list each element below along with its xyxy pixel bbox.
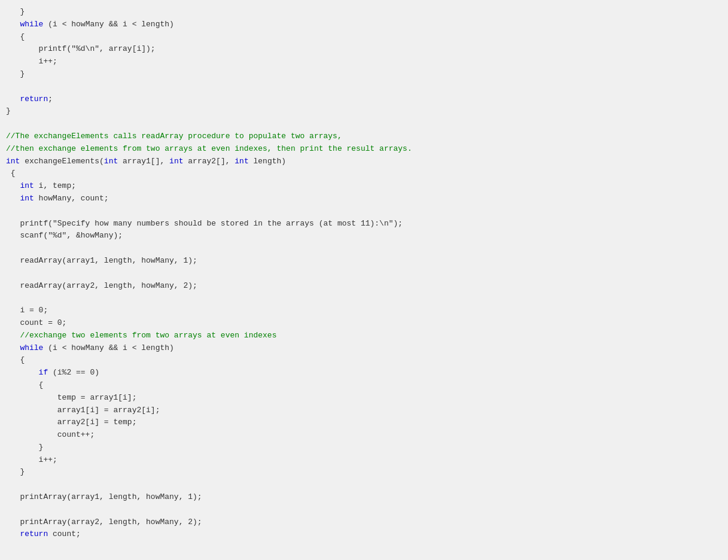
code-line: //then exchange elements from two arrays…: [6, 143, 716, 156]
code-line: array2[i] = temp;: [6, 416, 716, 429]
code-line: [6, 205, 716, 218]
code-line: readArray(array2, length, howMany, 2);: [6, 280, 716, 293]
code-line: array1[i] = array2[i];: [6, 404, 716, 417]
code-line: [6, 479, 716, 491]
code-line: {: [6, 31, 716, 44]
code-editor: } while (i < howMany && i < length) { pr…: [0, 0, 728, 560]
code-line: temp = array1[i];: [6, 392, 716, 404]
code-line: [6, 267, 716, 280]
code-line: return;: [6, 93, 716, 106]
code-line: readArray(array1, length, howMany, 1);: [6, 255, 716, 267]
code-content: } while (i < howMany && i < length) { pr…: [6, 6, 716, 541]
code-line: [6, 242, 716, 255]
code-line: {: [6, 379, 716, 392]
code-line: count = 0;: [6, 317, 716, 330]
code-line: i = 0;: [6, 305, 716, 317]
code-line: if (i%2 == 0): [6, 367, 716, 379]
code-line: }: [6, 442, 716, 454]
code-line: }: [6, 6, 716, 19]
code-line: scanf("%d", &howMany);: [6, 230, 716, 242]
code-line: printf("%d\n", array[i]);: [6, 43, 716, 56]
code-line: }: [6, 105, 716, 118]
code-line: }: [6, 68, 716, 81]
code-line: {: [6, 354, 716, 367]
code-line: i++;: [6, 454, 716, 467]
code-line: [6, 81, 716, 93]
code-line: int howMany, count;: [6, 193, 716, 205]
code-line: while (i < howMany && i < length): [6, 342, 716, 355]
code-line: [6, 118, 716, 130]
code-line: printf("Specify how many numbers should …: [6, 218, 716, 230]
code-line: int exchangeElements(int array1[], int a…: [6, 156, 716, 168]
code-line: printArray(array1, length, howMany, 1);: [6, 491, 716, 504]
code-line: printArray(array2, length, howMany, 2);: [6, 516, 716, 529]
code-line: int i, temp;: [6, 180, 716, 193]
code-line: //The exchangeElements calls readArray p…: [6, 130, 716, 143]
code-line: [6, 292, 716, 305]
code-line: i++;: [6, 56, 716, 68]
code-line: count++;: [6, 429, 716, 442]
code-line: return count;: [6, 528, 716, 541]
code-line: {: [6, 168, 716, 180]
code-line: while (i < howMany && i < length): [6, 19, 716, 31]
code-line: [6, 504, 716, 516]
code-line: //exchange two elements from two arrays …: [6, 330, 716, 342]
code-line: }: [6, 466, 716, 479]
